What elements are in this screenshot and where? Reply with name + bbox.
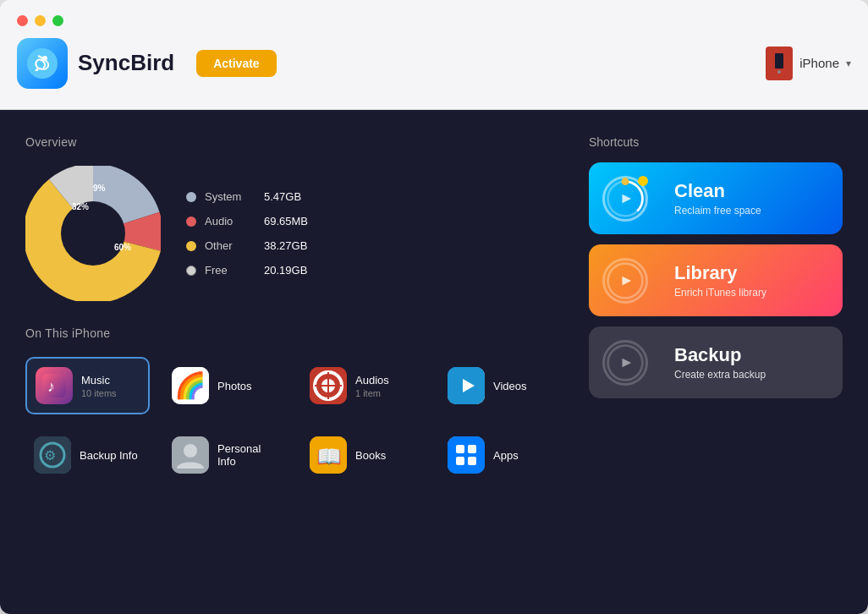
library-shortcut-card[interactable]: Library Enrich iTunes library [589, 244, 843, 316]
photos-label: Photos [217, 380, 251, 392]
videos-app-info: Videos [493, 380, 527, 392]
backup-app-icon: ⚙ [34, 436, 71, 474]
on-this-iphone-section: On This iPhone [25, 326, 563, 482]
clean-shortcut-card[interactable]: Clean Reclaim free space [589, 162, 843, 234]
device-name: iPhone [799, 56, 839, 70]
app-item-backup[interactable]: ⚙ Backup Info [25, 428, 150, 482]
svg-text:60%: 60% [114, 243, 131, 252]
library-desc: Enrich iTunes library [674, 287, 829, 299]
books-app-icon: 📖 [310, 436, 347, 474]
on-this-iphone-title: On This iPhone [25, 326, 563, 340]
svg-marker-43 [622, 358, 631, 367]
svg-marker-39 [622, 194, 631, 203]
pie-chart: 32% 9% 60% [25, 166, 161, 301]
svg-point-4 [777, 70, 781, 74]
titlebar: SyncBird Activate iPhone ▾ [0, 0, 868, 110]
other-label: Other [205, 239, 255, 252]
audios-app-info: Audios 1 item [355, 374, 389, 398]
svg-text:⚙: ⚙ [44, 448, 56, 463]
music-app-icon: ♪ [36, 367, 73, 404]
backup-text: Backup Create extra backup [674, 344, 843, 381]
audios-label: Audios [355, 374, 389, 386]
apps-app-info: Apps [493, 449, 519, 462]
clean-text: Clean Reclaim free space [674, 180, 843, 217]
activate-button[interactable]: Activate [196, 50, 276, 77]
svg-point-0 [27, 48, 58, 79]
backup-desc: Create extra backup [674, 369, 829, 381]
app-item-apps[interactable]: Apps [439, 428, 563, 482]
app-item-books[interactable]: 📖 Books [301, 428, 426, 482]
app-logo [17, 38, 68, 89]
backup-label: Backup Info [80, 449, 138, 462]
app-item-music[interactable]: ♪ Music 10 items [25, 357, 150, 414]
legend-audio: Audio 69.65MB [186, 215, 308, 228]
app-item-audios[interactable]: Audios 1 item [301, 357, 426, 414]
overview-title: Overview [25, 135, 563, 149]
photos-app-icon: 🌈 [172, 367, 209, 404]
audio-color-dot [186, 217, 196, 227]
backup-icon-area [589, 326, 661, 398]
svg-point-38 [621, 178, 629, 185]
free-color-dot [186, 266, 196, 276]
system-label: System [205, 190, 255, 203]
svg-point-9 [61, 201, 125, 266]
videos-label: Videos [493, 380, 527, 392]
audio-label: Audio [205, 215, 255, 228]
clean-desc: Reclaim free space [674, 205, 829, 217]
app-name: SyncBird [78, 50, 174, 76]
free-value: 20.19GB [264, 264, 307, 277]
system-color-dot [186, 192, 196, 202]
personal-label: Personal Info [217, 442, 279, 468]
library-label: Library [674, 262, 829, 284]
shortcuts-title: Shortcuts [589, 135, 843, 149]
books-label: Books [355, 449, 386, 462]
other-color-dot [186, 241, 196, 251]
apps-label: Apps [493, 449, 519, 462]
personal-app-info: Personal Info [217, 442, 279, 468]
device-area[interactable]: iPhone ▾ [766, 47, 851, 80]
svg-text:♪: ♪ [47, 378, 55, 395]
legend-system: System 5.47GB [186, 190, 308, 203]
close-button[interactable] [17, 15, 28, 26]
clean-icon-area [589, 162, 661, 234]
svg-rect-31 [448, 436, 485, 474]
apps-app-icon [448, 436, 485, 474]
app-window: SyncBird Activate iPhone ▾ Ov [0, 0, 868, 614]
app-item-videos[interactable]: Videos [439, 357, 563, 414]
svg-rect-34 [456, 457, 464, 465]
svg-text:32%: 32% [72, 202, 89, 211]
audios-sub: 1 item [355, 388, 389, 398]
personal-app-icon [172, 436, 209, 474]
right-panel: Shortcuts [589, 135, 843, 589]
library-icon-area [589, 244, 661, 316]
minimize-button[interactable] [35, 15, 46, 26]
music-label: Music [81, 374, 117, 386]
other-value: 38.27GB [264, 239, 307, 252]
backup-shortcut-card[interactable]: Backup Create extra backup [589, 326, 843, 398]
svg-marker-41 [622, 276, 631, 285]
svg-rect-35 [468, 457, 476, 465]
music-app-info: Music 10 items [81, 374, 117, 398]
audios-app-icon [310, 367, 347, 404]
music-sub: 10 items [81, 388, 117, 398]
backup-app-info: Backup Info [80, 449, 138, 462]
main-content: Overview [0, 110, 868, 614]
svg-rect-3 [775, 53, 783, 69]
books-app-info: Books [355, 449, 386, 462]
fullscreen-button[interactable] [52, 15, 63, 26]
svg-point-1 [42, 56, 47, 61]
left-panel: Overview [25, 135, 563, 589]
apps-grid: ♪ Music 10 items 🌈 [25, 357, 563, 482]
legend-free: Free 20.19GB [186, 264, 308, 277]
system-value: 5.47GB [264, 190, 301, 203]
app-item-photos[interactable]: 🌈 Photos [163, 357, 288, 414]
svg-rect-32 [456, 445, 464, 453]
chart-legend: System 5.47GB Audio 69.65MB Other 38.27G… [186, 190, 308, 277]
photos-app-info: Photos [217, 380, 251, 392]
svg-point-28 [184, 444, 197, 458]
svg-text:🌈: 🌈 [174, 370, 206, 401]
chart-area: 32% 9% 60% System 5.47GB A [25, 166, 563, 301]
device-icon [766, 47, 793, 80]
svg-text:9%: 9% [93, 184, 106, 193]
app-item-personal[interactable]: Personal Info [163, 428, 288, 482]
